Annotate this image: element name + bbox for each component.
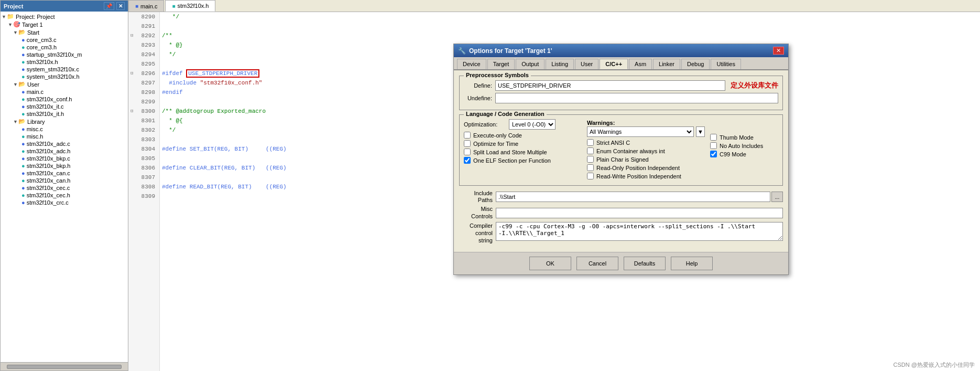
include-paths-input[interactable] [496,192,770,202]
tab-linker[interactable]: Linker [653,59,680,69]
checkbox-thumb-mode: Thumb Mode [710,134,778,141]
sidebar-file-mainc[interactable]: ●main.c [1,88,128,96]
sidebar-file-can-c[interactable]: ●stm32f10x_can.c [1,169,128,177]
sidebar-project-root[interactable]: ▼ 📁 Project: Project [1,13,128,20]
plain-char-checkbox[interactable] [587,156,594,163]
warnings-select[interactable]: All Warnings [587,126,694,137]
tab-asm[interactable]: Asm [629,59,652,69]
sidebar-file-it-h[interactable]: ●stm32f10x_it.h [1,110,128,118]
no-auto-checkbox[interactable] [710,142,717,149]
sidebar-file-adc-c[interactable]: ●stm32f10x_adc.c [1,140,128,147]
line-num-8295: 8295 [128,59,159,69]
sidebar-file-can-h[interactable]: ●stm32f10x_can.h [1,177,128,184]
line-num-8306: 8306 [128,163,159,173]
plain-char-label: Plain Char is Signed [596,156,649,163]
ok-button[interactable]: OK [529,257,571,270]
file-c-icon: ● [21,89,25,95]
file-h-icon: ● [21,44,25,50]
sidebar-file-startup[interactable]: ●startup_stm32f10x_m [1,51,128,58]
enum-container-checkbox[interactable] [587,147,594,154]
include-paths-row: IncludePaths ... [459,190,783,204]
optimization-select[interactable]: Level 0 (-O0) [509,119,556,130]
help-button[interactable]: Help [671,257,713,270]
sidebar-tree: ▼ 📁 Project: Project ▼ 🎯 Target 1 ▼ 📂 St… [1,12,128,362]
checkbox-split-load: Split Load and Store Multiple [464,149,582,155]
tab-listing[interactable]: Listing [546,59,574,69]
sidebar-pin-icon[interactable]: 📌 [104,2,114,10]
sidebar-file-it-c[interactable]: ●stm32f10x_it.c [1,103,128,110]
dialog-tabs: Device Target Output Listing User C/C++ … [454,57,788,70]
sidebar-file-bkp-c[interactable]: ●stm32f10x_bkp.c [1,155,128,162]
sidebar-file-conf[interactable]: ●stm32f10x_conf.h [1,96,128,103]
fold-icon[interactable]: ⊟ [130,107,133,116]
checkbox-strict-ansi: Strict ANSI C [587,139,705,146]
optimize-time-checkbox[interactable] [464,140,471,147]
tab-user[interactable]: User [575,59,598,69]
checkbox-no-auto: No Auto Includes [710,142,778,149]
warnings-dropdown-btn[interactable]: ▼ [696,126,705,137]
file-c-icon: ● [21,126,25,132]
sidebar-close-icon[interactable]: ✕ [116,2,125,10]
define-input[interactable] [495,80,725,91]
tab-output[interactable]: Output [516,59,545,69]
line-num-8299: 8299 [128,97,159,107]
checkbox-plain-char: Plain Char is Signed [587,156,705,163]
group-label: User [27,81,39,88]
sidebar-file-stm32h[interactable]: ●stm32f10x.h [1,58,128,66]
sidebar-file-crc-c[interactable]: ●stm32f10x_crc.c [1,199,128,206]
options-columns: Optimization: Level 0 (-O0) Execute-only… [464,119,778,181]
sidebar-file-misc-h[interactable]: ●misc.h [1,133,128,140]
dialog-close-button[interactable]: ✕ [773,47,784,55]
cancel-button[interactable]: Cancel [576,257,618,270]
preprocessor-section: Preprocessor Symbols Define: 定义外设库文件 Und… [459,76,783,110]
undefine-input[interactable] [495,93,778,103]
thumb-mode-checkbox[interactable] [710,134,717,141]
tab-debug[interactable]: Debug [681,59,710,69]
sidebar-group-start[interactable]: ▼ 📂 Start [1,28,128,36]
expand-icon: ▼ [13,30,18,35]
tab-target[interactable]: Target [487,59,515,69]
compiler-textarea[interactable]: -c99 -c -cpu Cortex-M3 -g -O0 -apcs=inte… [496,222,783,241]
one-elf-checkbox[interactable] [464,157,471,164]
sidebar-file-misc-c[interactable]: ●misc.c [1,125,128,133]
fold-icon[interactable]: ⊟ [130,31,133,40]
sidebar-target1[interactable]: ▼ 🎯 Target 1 [1,20,128,28]
tab-utilities[interactable]: Utilities [711,59,741,69]
tab-main-c[interactable]: ■ main.c [128,0,164,12]
c99-mode-checkbox[interactable] [710,151,717,157]
sidebar-file-cec-h[interactable]: ●stm32f10x_cec.h [1,192,128,199]
split-load-checkbox[interactable] [464,149,471,155]
folder-icon: 📂 [18,81,26,88]
dialog-footer: OK Cancel Defaults Help [454,252,788,274]
undefine-row: Undefine: [464,93,778,103]
sidebar-file-core_cm3h[interactable]: ●core_cm3.h [1,44,128,51]
line-num-8307: 8307 [128,173,159,182]
tab-cc[interactable]: C/C++ [600,59,628,69]
sidebar-group-user[interactable]: ▼ 📂 User [1,80,128,88]
sidebar-file-system-h[interactable]: ●system_stm32f10x.h [1,73,128,80]
readonly-pos-checkbox[interactable] [587,164,594,171]
sidebar-group-library[interactable]: ▼ 📂 Library [1,118,128,125]
no-auto-label: No Auto Includes [720,143,763,149]
execute-only-label: Execute-only Code [473,132,522,139]
file-c-icon: ● [21,66,25,72]
sidebar-file-bkp-h[interactable]: ●stm32f10x_bkp.h [1,162,128,169]
sidebar-file-system-c[interactable]: ●system_stm32f10x.c [1,66,128,73]
execute-only-checkbox[interactable] [464,132,471,139]
readwrite-pos-checkbox[interactable] [587,173,594,179]
include-paths-browse[interactable]: ... [771,192,783,202]
sidebar-file-core_cm3c[interactable]: ●core_cm3.c [1,36,128,44]
strict-ansi-checkbox[interactable] [587,139,594,146]
tab-stm32-h[interactable]: ■ stm32f10x.h [165,0,215,12]
enum-container-label: Enum Container always int [596,148,665,154]
line-num-8291: 8291 [128,22,159,31]
file-c-icon: ● [21,51,25,58]
editor-area: ■ main.c ■ stm32f10x.h 8290 8291 ⊟8292 8… [128,0,980,371]
sidebar-file-adc-h[interactable]: ●stm32f10x_adc.h [1,147,128,155]
file-h-icon: ● [21,177,25,184]
misc-controls-input[interactable] [496,208,783,218]
sidebar-file-cec-c[interactable]: ●stm32f10x_cec.c [1,184,128,192]
tab-device[interactable]: Device [457,59,486,69]
fold-icon[interactable]: ⊟ [130,69,133,78]
defaults-button[interactable]: Defaults [624,257,666,270]
